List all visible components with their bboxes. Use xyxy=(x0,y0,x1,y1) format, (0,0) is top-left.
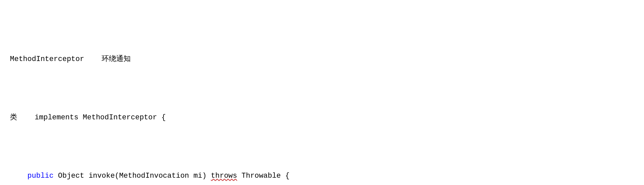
code-text: Object invoke(MethodInvocation mi) xyxy=(54,170,211,182)
code-indent xyxy=(10,170,27,182)
code-text: Throwable { xyxy=(237,170,290,182)
code-container: MethodInterceptor 环绕通知 类 implements Meth… xyxy=(0,0,644,185)
code-block: MethodInterceptor 环绕通知 类 implements Meth… xyxy=(10,7,634,185)
code-line-3: public Object invoke(MethodInvocation mi… xyxy=(10,170,634,182)
code-line-1: MethodInterceptor 环绕通知 xyxy=(10,53,634,65)
code-text: 类 implements MethodInterceptor { xyxy=(10,112,166,123)
code-text: MethodInterceptor 环绕通知 xyxy=(10,53,131,65)
keyword-public: public xyxy=(27,170,54,182)
code-line-2: 类 implements MethodInterceptor { xyxy=(10,112,634,123)
keyword-throws: throws xyxy=(211,170,237,182)
